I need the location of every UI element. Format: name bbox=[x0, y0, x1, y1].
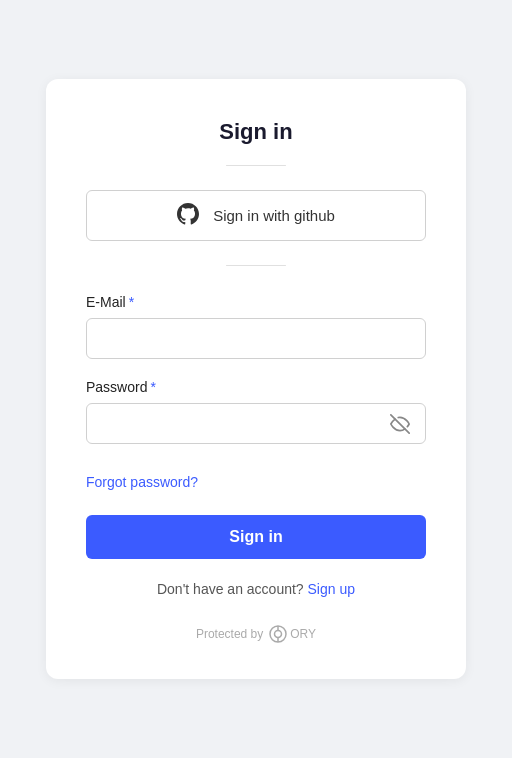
middle-divider bbox=[226, 265, 286, 266]
github-icon bbox=[177, 203, 199, 228]
top-divider bbox=[226, 165, 286, 166]
ory-logo: ORY bbox=[269, 625, 316, 643]
register-row: Don't have an account? Sign up bbox=[86, 581, 426, 597]
signin-card: Sign in Sign in with github E-Mail* Pass… bbox=[46, 79, 466, 679]
register-question: Don't have an account? bbox=[157, 581, 304, 597]
ory-circle-icon bbox=[269, 625, 287, 643]
password-label: Password* bbox=[86, 379, 426, 395]
email-group: E-Mail* bbox=[86, 294, 426, 359]
password-input[interactable] bbox=[86, 403, 426, 444]
ory-brand-name: ORY bbox=[290, 627, 316, 641]
password-required-star: * bbox=[150, 379, 155, 395]
signup-link[interactable]: Sign up bbox=[308, 581, 355, 597]
protected-label: Protected by bbox=[196, 627, 263, 641]
email-required-star: * bbox=[129, 294, 134, 310]
svg-point-2 bbox=[275, 631, 282, 638]
page-title: Sign in bbox=[86, 119, 426, 145]
forgot-password-link[interactable]: Forgot password? bbox=[86, 474, 198, 490]
github-button-label: Sign in with github bbox=[213, 207, 335, 224]
toggle-password-button[interactable] bbox=[386, 410, 414, 438]
github-signin-button[interactable]: Sign in with github bbox=[86, 190, 426, 241]
signin-button[interactable]: Sign in bbox=[86, 515, 426, 559]
footer: Protected by ORY bbox=[86, 625, 426, 643]
email-label: E-Mail* bbox=[86, 294, 426, 310]
email-input[interactable] bbox=[86, 318, 426, 359]
password-wrapper bbox=[86, 403, 426, 444]
password-group: Password* bbox=[86, 379, 426, 444]
eye-off-icon bbox=[390, 414, 410, 434]
